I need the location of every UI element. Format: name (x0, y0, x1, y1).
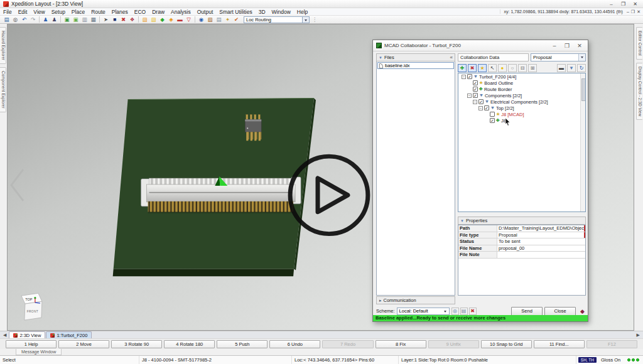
flag-icon[interactable]: ❖ (128, 16, 136, 23)
tree-item-electrical-components-2-2[interactable]: −✓▼Electrical Components [2/2] (458, 99, 585, 105)
menu-place[interactable]: Place (68, 9, 88, 15)
tree-item-top-2-2[interactable]: −✓▼Top [2/2] (458, 105, 585, 111)
communication-section[interactable]: ▸ Communication (376, 296, 455, 304)
fkey-10-snap-to-grid[interactable]: 10 Snap to Grid (481, 340, 532, 348)
filter-icon[interactable]: ▼ (567, 64, 576, 72)
bulb-off-icon[interactable]: ○ (508, 64, 517, 72)
templates-icon[interactable]: ▨ (149, 16, 158, 23)
menu-analysis[interactable]: Analysis (168, 9, 194, 15)
routing-mode-combo[interactable]: Loc Routing (244, 16, 310, 23)
dialog-minimize-icon[interactable]: – (549, 43, 559, 49)
fkey-8-fix[interactable]: 8 Fix (376, 340, 426, 348)
tree-item-components-2-2[interactable]: −✓▼Components [2/2] (458, 92, 585, 99)
send-button[interactable]: Send (511, 307, 543, 316)
right-tab-editor-control[interactable]: Editor Control (636, 27, 642, 60)
collapse-tree-icon[interactable]: ⊞ (528, 64, 537, 72)
modify-proposal-icon[interactable]: ★ (478, 64, 487, 72)
search-icon[interactable]: ◎ (11, 16, 19, 23)
chevron-down-icon[interactable] (578, 54, 585, 61)
sync-icon[interactable]: ↻ (577, 64, 586, 72)
menu-planes[interactable]: Planes (109, 9, 131, 15)
files-panel-header[interactable]: ▼ Files « (376, 53, 455, 62)
project-icon[interactable]: ▥ (80, 16, 89, 23)
measure-icon[interactable]: ▬ (176, 16, 184, 23)
right-tab-display-control-2-3d-view[interactable]: Display Control - 2:3D View (636, 63, 642, 120)
fkey-5-push[interactable]: 5 Push (217, 340, 267, 348)
pick-icon[interactable]: ↖ (488, 64, 497, 72)
tree-checkbox[interactable]: ✓ (473, 93, 478, 98)
menu-help[interactable]: Help (294, 9, 311, 15)
fkey-11-find[interactable]: 11 Find... (534, 340, 585, 348)
collapse-panel-icon[interactable]: « (450, 55, 453, 60)
menu-smart-utilities[interactable]: Smart Utilities (216, 9, 255, 15)
menu-window[interactable]: Window (269, 9, 294, 15)
mdi-restore-icon[interactable]: ❐ (631, 9, 635, 14)
proposal-dropdown[interactable]: Proposal (531, 53, 586, 62)
menu-edit[interactable]: Edit (15, 9, 31, 15)
tree-checkbox[interactable]: ✓ (467, 74, 472, 79)
view-tab-3d[interactable]: 2:3D View (9, 331, 45, 338)
check-icon[interactable]: ✔ (232, 16, 240, 23)
route-icon[interactable]: ◈ (167, 16, 175, 23)
delete-scheme-icon[interactable]: ✖ (469, 308, 477, 315)
tree-checkbox[interactable]: ✓ (478, 99, 484, 104)
menu-route[interactable]: Route (88, 9, 109, 15)
save-icon[interactable]: ▤ (3, 16, 11, 23)
fkey-3-rotate-90[interactable]: 3 Rotate 90 (111, 340, 162, 348)
fkey-1-help[interactable]: 1 Help (6, 340, 57, 348)
tree-expander-icon[interactable]: − (462, 75, 466, 79)
tree-item-board-outline[interactable]: ✓★Board Outline (458, 80, 585, 86)
menu-output[interactable]: Output (194, 9, 217, 15)
tree-item-j8-mcad[interactable]: ★J8 [MCAD] (458, 111, 585, 117)
drc-icon[interactable]: ▽ (185, 16, 193, 23)
tree-checkbox[interactable] (490, 112, 495, 117)
minimize-icon[interactable]: – (607, 1, 616, 7)
tree-checkbox[interactable]: ✓ (473, 87, 478, 92)
scheme-combo[interactable]: Local: Default (397, 308, 450, 315)
close-button[interactable]: Close (544, 307, 576, 316)
mdi-minimize-icon[interactable]: – (627, 9, 629, 14)
undo-icon[interactable]: ↶ (20, 16, 28, 23)
tab-scroll-left-icon[interactable]: ◀ (1, 331, 8, 338)
tree-expander-icon[interactable]: − (478, 106, 483, 110)
zoom-icon[interactable]: ◉ (197, 16, 205, 23)
package-icon[interactable]: ▧ (206, 16, 214, 23)
message-window-tab[interactable]: Message Window (16, 349, 62, 355)
menu-setup[interactable]: Setup (48, 9, 68, 15)
editor-control-icon[interactable]: ▣ (72, 16, 80, 23)
chevron-down-icon[interactable] (443, 308, 449, 314)
tree-item-route-border[interactable]: ✓✚Route Border (458, 86, 585, 92)
place-icon[interactable]: ◆ (158, 16, 166, 23)
dialog-title-bar[interactable]: MCAD Collaborator - Turbot_F200 – ❐ ✕ (373, 40, 588, 51)
fkey-4-rotate-180[interactable]: 4 Rotate 180 (164, 340, 215, 348)
tree-scrollbar[interactable] (580, 73, 585, 211)
actors-icon[interactable]: ♟ (50, 16, 58, 23)
dialog-close-icon[interactable]: ✕ (575, 43, 585, 49)
tree-expander-icon[interactable]: − (467, 94, 472, 98)
bulb-on-icon[interactable]: ● (498, 64, 507, 72)
fkey-2-move[interactable]: 2 Move (58, 340, 109, 348)
select-cursor-icon[interactable]: ➤ (102, 16, 110, 23)
find-scheme-icon[interactable]: ◎ (451, 308, 459, 315)
redo-icon[interactable]: ↷ (29, 16, 37, 23)
tree-item-turbot-f200-4-4[interactable]: −✓▼Turbot_F200 [4/4] (458, 73, 585, 80)
delete-proposal-icon[interactable]: ✖ (468, 64, 477, 72)
layer-icon[interactable]: ■ (111, 16, 119, 23)
display-control-icon[interactable]: ▣ (63, 16, 71, 23)
combo-arrow-icon[interactable] (302, 17, 309, 23)
expand-tree-icon[interactable]: ⊟ (518, 64, 527, 72)
tree-item-j8[interactable]: ✓✚J8 (458, 117, 585, 124)
view-tab-turbot[interactable]: 1:Turbot_F200 (46, 331, 92, 338)
connector-j8[interactable] (141, 176, 301, 213)
restore-icon[interactable]: ❐ (619, 1, 628, 7)
close-icon[interactable]: ✕ (630, 1, 640, 7)
sheets-icon[interactable]: ▤ (215, 16, 223, 23)
netlist-icon[interactable]: ▦ (89, 16, 97, 23)
left-tab-hazard-explorer[interactable]: Hazard Explorer (0, 27, 6, 64)
menu-file[interactable]: File (0, 9, 15, 15)
library-icon[interactable]: ▨ (141, 16, 149, 23)
mdi-close-icon[interactable]: ✕ (637, 9, 640, 14)
menu-draw[interactable]: Draw (149, 9, 168, 15)
toolbar-overflow-icon[interactable]: ⋮ (312, 17, 317, 23)
component-icon[interactable]: ▬ (557, 64, 566, 72)
